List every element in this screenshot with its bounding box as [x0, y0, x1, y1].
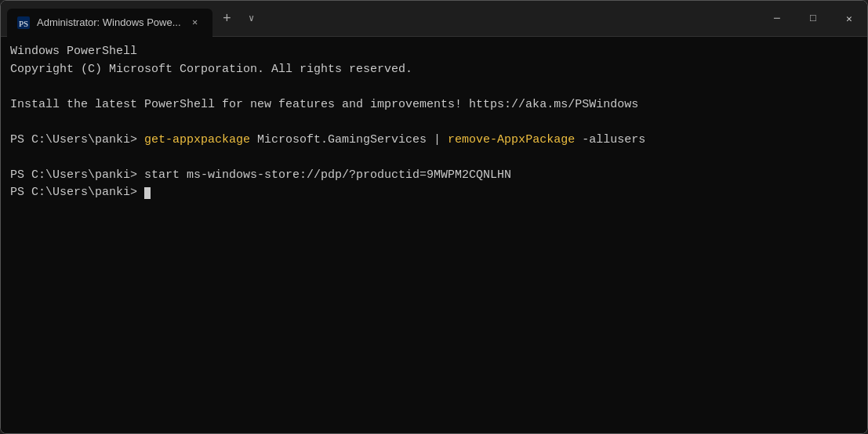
cursor: [144, 187, 151, 199]
tab-close-button[interactable]: ✕: [187, 15, 203, 31]
terminal-line-2: Copyright (C) Microsoft Corporation. All…: [10, 61, 858, 79]
terminal-line-6: [10, 149, 858, 167]
svg-text:PS: PS: [19, 19, 28, 28]
maximize-button[interactable]: □: [795, 1, 831, 37]
dropdown-button[interactable]: ∨: [242, 9, 261, 28]
prompt-2: PS C:\Users\panki>: [10, 168, 144, 182]
title-bar-left: PS Administrator: Windows Powe... ✕ + ∨: [1, 1, 759, 37]
terminal-line-cmd3: PS C:\Users\panki>: [10, 184, 858, 202]
tab-title: Administrator: Windows Powe...: [37, 16, 181, 28]
terminal-content[interactable]: Windows PowerShell Copyright (C) Microso…: [1, 37, 867, 433]
install-text: Install: [10, 98, 67, 111]
active-tab[interactable]: PS Administrator: Windows Powe... ✕: [7, 9, 212, 37]
prompt-1: PS C:\Users\panki>: [10, 133, 144, 146]
cmd1-part2: Microsoft.GamingServices |: [250, 133, 448, 146]
cmd1-part1: get-appxpackage: [144, 133, 250, 146]
cmd1-part3: remove-AppxPackage: [448, 133, 575, 146]
minimize-button[interactable]: ─: [759, 1, 795, 37]
window-controls: ─ □ ✕: [759, 1, 867, 37]
terminal-line-5: [10, 114, 858, 132]
terminal-line-1: Windows PowerShell: [10, 43, 858, 61]
cmd1-part4: -allusers: [575, 133, 645, 146]
powershell-icon: PS: [16, 16, 31, 30]
terminal-line-cmd1: PS C:\Users\panki> get-appxpackage Micro…: [10, 132, 858, 150]
rest-text: latest PowerShell for new features and i…: [88, 98, 638, 111]
the-text: the: [67, 98, 88, 111]
close-button[interactable]: ✕: [831, 1, 867, 37]
cmd2-text: start ms-windows-store://pdp/?productid=…: [144, 168, 511, 182]
prompt-3: PS C:\Users\panki>: [10, 186, 144, 199]
terminal-line-4: Install the latest PowerShell for new fe…: [10, 96, 858, 114]
terminal-line-3: [10, 78, 858, 96]
new-tab-button[interactable]: +: [216, 7, 239, 31]
terminal-line-cmd2: PS C:\Users\panki> start ms-windows-stor…: [10, 167, 858, 185]
terminal-window: PS Administrator: Windows Powe... ✕ + ∨ …: [0, 0, 868, 434]
title-bar: PS Administrator: Windows Powe... ✕ + ∨ …: [1, 1, 867, 37]
